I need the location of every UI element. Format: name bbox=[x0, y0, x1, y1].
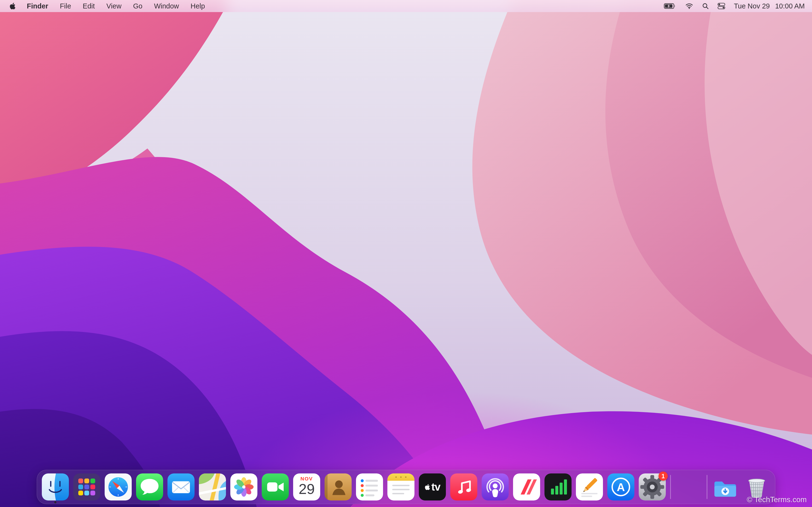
tv-label: tv bbox=[432, 481, 440, 493]
dock-item-podcasts bbox=[481, 473, 509, 501]
firefox-icon[interactable] bbox=[675, 473, 702, 501]
menu-edit[interactable]: Edit bbox=[77, 0, 101, 12]
dock-item-reminders bbox=[356, 473, 383, 501]
menu-bar-left: Finder File Edit View Go Window Help bbox=[0, 0, 211, 12]
dock-item-photos bbox=[230, 473, 257, 501]
menu-bar-clock[interactable]: 10:00 AM bbox=[775, 2, 805, 10]
app-store-icon[interactable]: A bbox=[607, 473, 635, 501]
spotlight-icon[interactable] bbox=[702, 0, 709, 12]
battery-icon[interactable] bbox=[664, 0, 676, 12]
dock-item-safari bbox=[105, 473, 132, 501]
watermark: © TechTerms.com bbox=[747, 495, 807, 504]
contacts-icon[interactable] bbox=[324, 473, 352, 501]
dock-divider bbox=[670, 475, 671, 499]
apple-logo-icon bbox=[9, 2, 16, 10]
dock-item-music bbox=[450, 473, 477, 501]
safari-icon[interactable] bbox=[105, 473, 132, 501]
app-menu-finder[interactable]: Finder bbox=[21, 0, 54, 12]
dock-item-stocks bbox=[545, 473, 571, 501]
apple-menu[interactable] bbox=[7, 0, 21, 12]
calendar-icon[interactable]: NOV 29 bbox=[293, 473, 320, 501]
dock-item-firefox bbox=[675, 473, 702, 501]
menu-window[interactable]: Window bbox=[148, 0, 185, 12]
dock-item-system-preferences: 1 bbox=[639, 473, 666, 501]
tv-apple-logo-icon bbox=[424, 484, 430, 490]
app-store-letter: A bbox=[617, 481, 625, 494]
dock-item-pages bbox=[576, 473, 603, 501]
dock-item-mail bbox=[167, 473, 195, 501]
mail-icon[interactable] bbox=[167, 473, 195, 501]
menu-bar: Finder File Edit View Go Window Help bbox=[0, 0, 812, 12]
finder-running-indicator bbox=[54, 501, 57, 503]
photos-icon[interactable] bbox=[230, 473, 257, 501]
music-icon[interactable] bbox=[450, 473, 477, 501]
dock-item-messages bbox=[136, 473, 163, 501]
notes-icon[interactable] bbox=[388, 473, 414, 501]
menu-bar-date[interactable]: Tue Nov 29 bbox=[734, 2, 770, 10]
dock-item-downloads bbox=[712, 473, 739, 501]
news-icon[interactable] bbox=[513, 473, 540, 501]
dock-item-news bbox=[513, 473, 540, 501]
dock-item-launchpad bbox=[73, 473, 100, 501]
messages-icon[interactable] bbox=[136, 473, 163, 501]
menu-help[interactable]: Help bbox=[185, 0, 211, 12]
reminders-icon[interactable] bbox=[356, 473, 383, 501]
podcasts-icon[interactable] bbox=[481, 473, 509, 501]
finder-art bbox=[42, 473, 69, 501]
calendar-day-label: 29 bbox=[299, 481, 315, 497]
facetime-icon[interactable] bbox=[262, 473, 289, 501]
dock-item-notes bbox=[388, 473, 414, 501]
dock-container: NOV 29 bbox=[0, 470, 812, 504]
dock-item-facetime bbox=[262, 473, 289, 501]
dock-item-contacts bbox=[324, 473, 352, 501]
dock-item-tv: tv bbox=[419, 473, 446, 501]
tv-icon[interactable]: tv bbox=[419, 473, 446, 501]
maps-icon[interactable] bbox=[199, 473, 226, 501]
menu-view[interactable]: View bbox=[101, 0, 127, 12]
dock-divider bbox=[707, 475, 707, 499]
menu-bar-status: Tue Nov 29 10:00 AM bbox=[664, 0, 812, 12]
control-center-icon[interactable] bbox=[717, 0, 725, 12]
menu-go[interactable]: Go bbox=[128, 0, 148, 12]
menu-file[interactable]: File bbox=[54, 0, 77, 12]
stocks-icon[interactable] bbox=[545, 473, 571, 501]
dock: NOV 29 bbox=[37, 470, 775, 504]
notification-badge: 1 bbox=[659, 471, 668, 481]
tv-face: tv bbox=[419, 473, 446, 501]
launchpad-icon[interactable] bbox=[73, 473, 100, 501]
downloads-folder-icon[interactable] bbox=[712, 473, 739, 501]
finder-icon[interactable] bbox=[42, 473, 69, 501]
dock-item-maps bbox=[199, 473, 226, 501]
calendar-face: NOV 29 bbox=[293, 473, 320, 501]
dock-item-app-store: A bbox=[607, 473, 635, 501]
wifi-icon[interactable] bbox=[685, 0, 693, 12]
pages-icon[interactable] bbox=[576, 473, 603, 501]
desktop-wallpaper bbox=[0, 0, 812, 507]
dock-item-calendar: NOV 29 bbox=[293, 473, 320, 501]
launchpad-grid bbox=[73, 473, 100, 501]
dock-item-finder bbox=[42, 473, 69, 501]
